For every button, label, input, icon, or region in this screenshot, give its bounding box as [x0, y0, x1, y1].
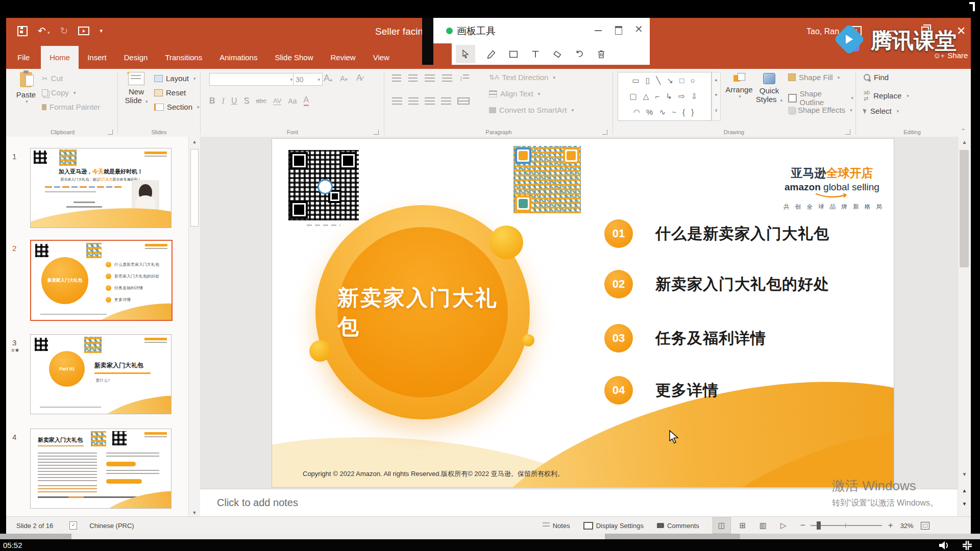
collapse-ribbon-icon[interactable]: ⌃ — [961, 128, 966, 135]
slideshow-view-button[interactable]: ▷ — [775, 518, 792, 533]
eraser-icon[interactable] — [552, 48, 563, 60]
scroll-down-icon[interactable]: ▼ — [189, 510, 200, 515]
numbering-icon[interactable] — [408, 74, 418, 82]
italic-button[interactable]: I — [222, 96, 225, 106]
tab-insert[interactable]: Insert — [79, 46, 115, 69]
slide-thumbnail-1[interactable]: 加入亚马逊，今天就是最好时机！ 新卖家入门大礼包：超过5万美元新卖家专属福利！ — [30, 148, 172, 228]
section-button[interactable]: Section▾ — [154, 103, 200, 111]
rectangle-icon[interactable] — [508, 48, 519, 60]
agenda-item-4[interactable]: 04 更多详情 — [604, 376, 719, 405]
convert-smartart-button[interactable]: Convert to SmartArt▾ — [489, 106, 574, 114]
arrange-button[interactable]: Arrange▾ — [725, 73, 753, 99]
bold-button[interactable]: B — [209, 96, 215, 106]
slide-sorter-view-button[interactable]: ⊞ — [734, 518, 751, 533]
scroll-up-icon[interactable]: ▲ — [189, 137, 200, 147]
text-icon[interactable] — [530, 48, 541, 60]
save-icon[interactable] — [17, 26, 28, 36]
zoom-in-icon[interactable]: + — [888, 520, 893, 531]
fit-slide-to-window-icon[interactable] — [921, 522, 929, 530]
notes-toggle-button[interactable]: Notes — [543, 522, 570, 530]
paste-button[interactable]: Paste ▾ — [14, 72, 38, 104]
slide-number-indicator[interactable]: Slide 2 of 16 — [16, 522, 53, 530]
select-cursor-tool[interactable] — [456, 45, 475, 63]
panel-minimize-icon[interactable] — [595, 30, 602, 31]
tab-view[interactable]: View — [364, 46, 398, 69]
normal-view-button[interactable]: ◫ — [713, 517, 731, 534]
undo-icon[interactable] — [574, 48, 585, 60]
cut-button[interactable]: ✂Cut — [42, 74, 63, 83]
font-name-combo[interactable]: ▾ — [209, 73, 295, 86]
spellcheck-icon[interactable]: ✓ — [69, 521, 77, 530]
zoom-out-icon[interactable]: − — [800, 520, 805, 531]
quick-styles-button[interactable]: QuickStyles ▾ — [755, 73, 783, 104]
language-indicator[interactable]: Chinese (PRC) — [89, 522, 134, 530]
tab-file[interactable]: File — [6, 46, 41, 69]
tab-home[interactable]: Home — [41, 46, 79, 69]
tab-design[interactable]: Design — [115, 46, 157, 69]
replace-button[interactable]: ab⇄ Replace▾ — [864, 89, 909, 102]
exit-fullscreen-icon[interactable] — [962, 540, 973, 551]
clear-formatting-icon[interactable]: A̷ — [356, 73, 362, 83]
shape-outline-button[interactable]: Shape Outline▾ — [788, 89, 853, 107]
vertical-scrollbar[interactable]: ▲ ▼ ▲ ▼ — [958, 137, 971, 516]
scrollbar-thumb[interactable] — [960, 150, 969, 267]
drawing-dialog-launcher-icon[interactable] — [845, 130, 850, 135]
zoom-slider[interactable] — [811, 525, 882, 526]
slide-canvas[interactable]: 亚马逊全球开店 amazon global selling 共 创 全 球 品 … — [272, 139, 894, 487]
bullets-icon[interactable] — [392, 74, 401, 82]
align-right-icon[interactable] — [425, 97, 435, 105]
decrease-indent-icon[interactable] — [425, 74, 435, 82]
text-direction-button[interactable]: ⇅A Text Direction▾ — [489, 73, 555, 82]
font-size-combo[interactable]: 30▾ — [293, 73, 323, 86]
reading-view-button[interactable]: ▥ — [754, 518, 772, 533]
underline-button[interactable]: U — [231, 96, 237, 106]
columns-icon[interactable] — [457, 97, 470, 105]
zoom-percentage[interactable]: 32% — [900, 522, 914, 530]
panel-restore-icon[interactable] — [615, 26, 622, 35]
new-slide-button[interactable]: ✶ NewSlide ▾ — [122, 72, 150, 105]
format-painter-button[interactable]: Format Painter — [42, 103, 100, 111]
undo-icon[interactable]: ↶▾ — [38, 25, 50, 37]
horizontal-scrollbar-thumb[interactable] — [71, 534, 605, 539]
slide-thumbnail-4[interactable]: 新卖家入门大礼包 — [30, 429, 172, 509]
copy-button[interactable]: Copy▾ — [42, 88, 76, 97]
paragraph-dialog-launcher-icon[interactable] — [602, 130, 607, 135]
tab-animations[interactable]: Animations — [211, 46, 266, 69]
shadow-button[interactable]: S — [243, 96, 249, 106]
scroll-up-icon[interactable]: ▲ — [958, 137, 971, 148]
layout-button[interactable]: Layout▾ — [154, 74, 196, 83]
reset-button[interactable]: Reset — [154, 88, 186, 97]
grow-font-icon[interactable]: A▴ — [324, 73, 332, 84]
start-slideshow-icon[interactable] — [78, 27, 89, 35]
character-spacing-button[interactable]: AV — [273, 97, 281, 105]
scroll-down-icon[interactable]: ▼ — [958, 471, 971, 477]
change-case-button[interactable]: Aa — [288, 97, 297, 105]
thumbnail-scrollbar[interactable]: ▲ ▼ — [188, 137, 200, 516]
align-center-icon[interactable] — [408, 97, 419, 105]
previous-slide-button[interactable]: ▲ — [958, 488, 971, 493]
pen-icon[interactable] — [486, 48, 497, 60]
agenda-item-2[interactable]: 02 新卖家入门大礼包的好处 — [604, 270, 829, 298]
qr-code-black[interactable] — [288, 150, 359, 220]
increase-indent-icon[interactable] — [442, 74, 452, 82]
strikethrough-button[interactable]: abc — [256, 97, 266, 105]
select-button[interactable]: Select▾ — [864, 107, 899, 115]
display-settings-button[interactable]: Display Settings — [583, 522, 644, 530]
shrink-font-icon[interactable]: A▾ — [340, 74, 348, 83]
align-text-button[interactable]: Align Text▾ — [489, 89, 540, 98]
clipboard-dialog-launcher-icon[interactable] — [108, 130, 113, 135]
font-dialog-launcher-icon[interactable] — [374, 130, 379, 135]
justify-icon[interactable] — [441, 97, 451, 105]
slide-thumbnail-2[interactable]: 新卖家入门大礼包 什么是新卖家入门大礼包 新卖家入门大礼包的好处 任务及福利详情… — [30, 240, 173, 321]
tab-transitions[interactable]: Transitions — [156, 46, 211, 69]
line-spacing-icon[interactable]: ↕ — [459, 74, 469, 82]
trash-icon[interactable] — [596, 48, 607, 60]
comments-button[interactable]: Comments — [657, 522, 699, 530]
font-color-button[interactable]: A — [304, 95, 309, 106]
agenda-item-3[interactable]: 03 任务及福利详情 — [604, 324, 766, 353]
slide-main-title[interactable]: 新卖家入门大礼包 — [337, 284, 508, 341]
shape-fill-button[interactable]: Shape Fill▾ — [788, 73, 840, 82]
user-name[interactable]: Tao, Ran — [806, 27, 839, 36]
redo-icon[interactable]: ↻ — [60, 25, 68, 37]
next-slide-button[interactable]: ▼ — [958, 501, 971, 507]
